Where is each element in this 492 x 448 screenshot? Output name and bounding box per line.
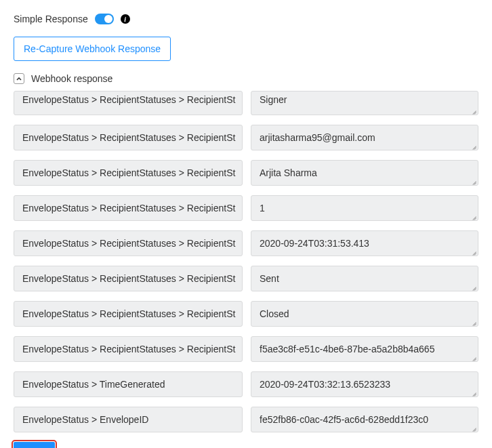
key-field[interactable]: EnvelopeStatus > RecipientStatuses > Rec… — [14, 125, 243, 150]
key-text: EnvelopeStatus > RecipientStatuses > Rec… — [22, 94, 235, 105]
table-row: EnvelopeStatus > RecipientStatuses > Rec… — [14, 195, 478, 221]
table-row: EnvelopeStatus > RecipientStatuses > Rec… — [14, 125, 478, 150]
key-text: EnvelopeStatus > RecipientStatuses > Rec… — [22, 132, 235, 143]
key-text: EnvelopeStatus > TimeGenerated — [22, 379, 165, 390]
value-text: Arjita Sharma — [260, 167, 317, 178]
value-field[interactable]: f5ae3c8f-e51c-4be6-87be-a5a2b8b4a665 — [251, 336, 478, 362]
key-field[interactable]: EnvelopeStatus > RecipientStatuses > Rec… — [14, 266, 243, 291]
key-field[interactable]: EnvelopeStatus > TimeGenerated — [14, 371, 243, 397]
key-text: EnvelopeStatus > RecipientStatuses > Rec… — [22, 273, 235, 284]
table-row: EnvelopeStatus > RecipientStatuses > Rec… — [14, 336, 478, 362]
key-field[interactable]: EnvelopeStatus > RecipientStatuses > Rec… — [14, 336, 243, 362]
value-field[interactable]: Closed — [251, 301, 478, 327]
chevron-up-icon — [16, 77, 22, 81]
value-field[interactable]: 2020-09-24T03:32:13.6523233 — [251, 371, 478, 397]
value-field[interactable]: Sent — [251, 266, 478, 291]
value-field[interactable]: Arjita Sharma — [251, 160, 478, 186]
simple-response-label: Simple Response — [14, 14, 88, 24]
header-row: Simple Response i — [14, 14, 478, 24]
table-row: EnvelopeStatus > EnvelopeID fe52fb86-c0a… — [14, 407, 478, 432]
section-header: Webhook response — [14, 73, 478, 84]
value-text: Signer — [260, 94, 287, 105]
key-field[interactable]: EnvelopeStatus > RecipientStatuses > Rec… — [14, 160, 243, 186]
value-text: f5ae3c8f-e51c-4be6-87be-a5a2b8b4a665 — [260, 344, 434, 354]
resize-handle-icon[interactable] — [470, 213, 476, 219]
value-field[interactable]: 1 — [251, 195, 478, 221]
resize-handle-icon[interactable] — [470, 107, 476, 113]
table-row: EnvelopeStatus > RecipientStatuses > Rec… — [14, 91, 478, 115]
value-text: 2020-09-24T03:32:13.6523233 — [260, 379, 390, 390]
value-text: arjitasharma95@gmail.com — [260, 132, 375, 143]
value-text: 1 — [260, 203, 265, 213]
value-field[interactable]: Signer — [251, 91, 478, 115]
value-text: 2020-09-24T03:31:53.413 — [260, 238, 369, 249]
collapse-toggle[interactable] — [14, 73, 24, 84]
key-field[interactable]: EnvelopeStatus > RecipientStatuses > Rec… — [14, 301, 243, 327]
simple-response-toggle[interactable] — [95, 14, 114, 24]
section-title: Webhook response — [31, 73, 112, 84]
resize-handle-icon[interactable] — [470, 319, 476, 325]
table-row: EnvelopeStatus > TimeGenerated 2020-09-2… — [14, 371, 478, 397]
value-field[interactable]: 2020-09-24T03:31:53.413 — [251, 230, 478, 256]
response-rows: EnvelopeStatus > RecipientStatuses > Rec… — [14, 91, 478, 432]
key-text: EnvelopeStatus > RecipientStatuses > Rec… — [22, 238, 235, 249]
value-text: Closed — [260, 308, 289, 319]
resize-handle-icon[interactable] — [470, 283, 476, 289]
resize-handle-icon[interactable] — [470, 178, 476, 184]
table-row: EnvelopeStatus > RecipientStatuses > Rec… — [14, 301, 478, 327]
recapture-webhook-button[interactable]: Re-Capture Webhook Response — [14, 37, 171, 61]
key-field[interactable]: EnvelopeStatus > RecipientStatuses > Rec… — [14, 230, 243, 256]
resize-handle-icon[interactable] — [470, 389, 476, 395]
resize-handle-icon[interactable] — [470, 248, 476, 254]
resize-handle-icon[interactable] — [470, 354, 476, 360]
table-row: EnvelopeStatus > RecipientStatuses > Rec… — [14, 230, 478, 256]
value-text: fe52fb86-c0ac-42f5-ac6d-628edd1f23c0 — [260, 414, 428, 425]
save-button[interactable]: Save — [14, 442, 55, 448]
key-text: EnvelopeStatus > EnvelopeID — [22, 414, 148, 425]
key-field[interactable]: EnvelopeStatus > RecipientStatuses > Rec… — [14, 195, 243, 221]
key-field[interactable]: EnvelopeStatus > EnvelopeID — [14, 407, 243, 432]
value-field[interactable]: arjitasharma95@gmail.com — [251, 125, 478, 150]
table-row: EnvelopeStatus > RecipientStatuses > Rec… — [14, 266, 478, 291]
resize-handle-icon[interactable] — [470, 424, 476, 430]
key-field[interactable]: EnvelopeStatus > RecipientStatuses > Rec… — [14, 91, 243, 115]
table-row: EnvelopeStatus > RecipientStatuses > Rec… — [14, 160, 478, 186]
key-text: EnvelopeStatus > RecipientStatuses > Rec… — [22, 167, 235, 178]
resize-handle-icon[interactable] — [470, 142, 476, 148]
value-field[interactable]: fe52fb86-c0ac-42f5-ac6d-628edd1f23c0 — [251, 407, 478, 432]
key-text: EnvelopeStatus > RecipientStatuses > Rec… — [22, 344, 235, 354]
key-text: EnvelopeStatus > RecipientStatuses > Rec… — [22, 203, 235, 213]
info-icon[interactable]: i — [121, 14, 130, 24]
key-text: EnvelopeStatus > RecipientStatuses > Rec… — [22, 308, 235, 319]
value-text: Sent — [260, 273, 279, 284]
